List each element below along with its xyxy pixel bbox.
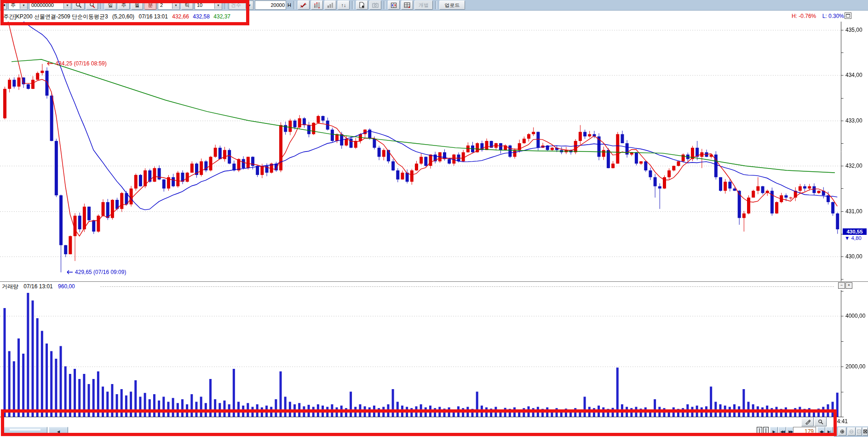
price-axis-label: 435,00 <box>845 27 862 33</box>
price-axis-label: 431,00 <box>845 208 862 215</box>
chart-scrollbar-row: ◀ ▶ ◀◀ ▶▶ ◀▶ ▶| <box>0 426 868 437</box>
box-tool-button[interactable]: ⊡ <box>856 427 862 436</box>
fast-forward-icon: ▶▶ <box>788 430 792 434</box>
search-button[interactable] <box>73 0 85 10</box>
document-icon <box>359 2 365 8</box>
session-high-annotation: 434,25 (07/16 08:59) <box>45 60 106 67</box>
price-axis-label: 432,00 <box>845 163 862 169</box>
price-axis-label: 433,00 <box>845 117 862 124</box>
scroll-left-button[interactable]: ◀ <box>49 427 68 436</box>
symbol-code-input[interactable]: 00000000 ▼ <box>29 0 71 10</box>
count-select-disabled: 건수 ▼ <box>229 0 253 10</box>
interval-month-button[interactable]: 월 <box>131 0 143 10</box>
volume-axis-label: 4000,00 <box>845 313 865 319</box>
volume-label: 거래량 <box>2 283 18 290</box>
chevron-down-icon: ▼ <box>246 1 253 9</box>
upload-button[interactable]: 업로드 <box>439 0 465 10</box>
range-handle-left[interactable] <box>757 427 762 436</box>
price-axis-label: 430,00 <box>845 253 862 260</box>
to-end-icon: ▶| <box>828 430 831 434</box>
hts-chart-window: ◀ 주 ▼ 00000000 ▼ 일 주 월 분 2 ▼ 틱 1 <box>0 0 868 437</box>
rewind-button[interactable]: ◀◀ <box>778 427 786 436</box>
zoom-out-icon: ⊖ <box>849 428 854 435</box>
high-low-percent: H: -0.76% L: 0.30% <box>792 13 844 19</box>
chart-title: [주간]KP200 선물연결-2509 단순이동평균3 (5,20,60) 07… <box>2 13 230 21</box>
toolbar-separator <box>293 1 295 9</box>
play-button[interactable]: ▶ <box>770 427 778 436</box>
candlestick-chart-canvas[interactable] <box>0 0 868 437</box>
zoom-tool-button[interactable] <box>814 417 827 426</box>
tick-button[interactable]: 틱 <box>181 0 193 10</box>
grip-ridges-icon <box>10 429 40 435</box>
chart-title-bar: [주간]KP200 선물연결-2509 단순이동평균3 (5,20,60) 07… <box>0 11 868 21</box>
high-arrow-icon <box>45 61 54 66</box>
interval-minute-button[interactable]: 분 <box>144 0 156 10</box>
scrollbar-grip-handle[interactable] <box>3 427 47 436</box>
volume-minimize-icon[interactable]: − <box>838 282 845 289</box>
search-back-icon <box>89 2 96 8</box>
chevron-down-icon[interactable]: ▼ <box>172 1 179 9</box>
session-low-annotation: 429,65 (07/16 09:09) <box>64 269 126 275</box>
expand-icon: ◀▶ <box>819 430 823 434</box>
main-toolbar: ◀ 주 ▼ 00000000 ▼ 일 주 월 분 2 ▼ 틱 1 <box>0 0 868 11</box>
ma5-value: 432,66 <box>172 13 189 20</box>
magnifier-icon <box>818 419 823 425</box>
volume-close-icon[interactable]: × <box>845 282 852 289</box>
box-icon: ⊡ <box>857 428 861 435</box>
toolbar-separator <box>224 1 226 9</box>
individual-button-disabled: 개별 <box>414 0 433 10</box>
close-tool-button[interactable]: ⊠ <box>862 427 868 436</box>
draw-tool-button[interactable] <box>801 417 814 426</box>
play-icon: ▶ <box>772 430 775 434</box>
ma20-value: 432,58 <box>193 13 210 20</box>
high-percent-label: H: -0.76% <box>792 13 816 19</box>
ma60-value: 432,37 <box>213 13 230 20</box>
go-to-end-button[interactable]: ▶| <box>826 427 833 436</box>
zoom-out-button[interactable]: ⊖ <box>847 427 856 436</box>
price-change-label: ▼ 4,80 <box>845 235 862 241</box>
cursor-line-tool-button[interactable] <box>298 0 310 10</box>
quantity-input[interactable]: 20000 <box>255 0 286 10</box>
sort-updown-button[interactable]: ↑↓ <box>338 0 350 10</box>
period-select[interactable]: 주 ▼ <box>8 0 28 10</box>
last-time-label: 14:41 <box>834 418 848 425</box>
range-handle-right[interactable] <box>763 427 769 436</box>
toolbar-separator <box>100 1 102 9</box>
volume-header-divider <box>100 286 834 287</box>
new-document-button[interactable] <box>356 0 368 10</box>
toolbar-scroll-left-button[interactable]: ◀ <box>1 0 7 10</box>
bar-chart-signal-button[interactable] <box>311 0 323 10</box>
toolbar-separator <box>384 1 385 9</box>
current-price-badge: 430,55 <box>843 228 867 235</box>
chart-book-button[interactable] <box>388 0 400 10</box>
bar-chart-icon <box>327 2 333 8</box>
low-arrow-icon <box>64 269 74 275</box>
ma-params: (5,20,60) <box>112 13 134 20</box>
interval-day-button[interactable]: 일 <box>104 0 116 10</box>
tick-value-select[interactable]: 10 ▼ <box>195 0 222 10</box>
close-box-icon: ⊠ <box>863 428 868 435</box>
bar-count-input[interactable] <box>793 427 816 436</box>
volume-panel-header: 거래량 07/16 13:01 960,00 − × <box>0 282 868 290</box>
minute-value-select[interactable]: 2 ▼ <box>158 0 180 10</box>
bar-chart-button[interactable] <box>324 0 336 10</box>
volume-axis-label: 2000,00 <box>845 363 865 370</box>
toolbar-separator <box>352 1 354 9</box>
grid-view-button[interactable] <box>401 0 413 10</box>
expand-range-button[interactable]: ◀▶ <box>817 427 825 436</box>
chevron-down-icon[interactable]: ▼ <box>214 1 222 9</box>
bar-chart-dots-icon <box>314 2 320 8</box>
maximize-icon[interactable] <box>845 12 851 19</box>
chevron-down-icon[interactable]: ▼ <box>20 1 27 9</box>
price-axis-label: 434,00 <box>845 72 862 78</box>
quantity-unit-label: H <box>287 2 291 8</box>
capture-button-disabled <box>369 0 381 10</box>
volume-datetime: 07/16 13:01 <box>23 283 52 290</box>
search-back-button[interactable] <box>86 0 98 10</box>
chevron-down-icon[interactable]: ▼ <box>63 1 71 9</box>
search-icon <box>75 2 82 8</box>
zoom-in-button[interactable]: ⊕ <box>838 427 846 436</box>
low-percent-label: L: 0.30% <box>822 13 844 19</box>
rewind-icon: ◀◀ <box>780 430 784 434</box>
interval-week-button[interactable]: 주 <box>118 0 130 10</box>
